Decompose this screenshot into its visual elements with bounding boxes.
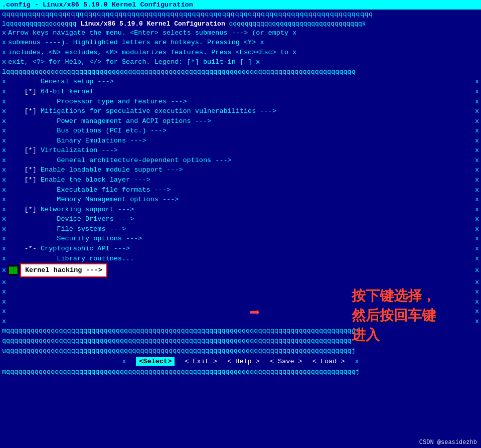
select-button[interactable]: <Select> [136,357,175,366]
bottom-border-3: uqqqqqqqqqqqqqqqqqqqqqqqqqqqqqqqqqqqqqqq… [0,346,481,356]
help-line-4: x exit, <?> for Help, </> for Search. Le… [0,57,481,67]
x-left-btn: x [122,358,126,365]
save-button[interactable]: < Save > [270,358,302,365]
inner-title-left: lqqqqqqqqqqqqqqqqqq Linux/x86 5.19.0 Ker… [2,20,366,28]
help-line-2: x submenus ----). Highlighted letters ar… [0,38,481,48]
menu-item-block-layer[interactable]: x [*] Enable the block layer ---> x [0,175,481,185]
menu-item-crypto[interactable]: x -*- Cryptographic API ---> x [0,244,481,254]
menu-item-binary[interactable]: x Binary Emulations ---> x [0,136,481,146]
csdn-watermark: CSDN @seasidezhb [419,439,477,446]
empty-line-1: x x [0,277,481,287]
exit-button[interactable]: < Exit > [185,358,217,365]
x-right-btn: x [355,358,359,365]
menu-item-processor[interactable]: x Processor type and features ---> x [0,97,481,107]
left-border: x [2,38,6,48]
menu-item-security[interactable]: x Security options ---> x [0,234,481,244]
menu-item-filesystems[interactable]: x File systems ---> x [0,224,481,234]
window-title-outer: .config - Linux/x86 5.19.0 Kernel Config… [0,0,481,10]
menu-item-mitigations[interactable]: x [*] Mitigations for speculative execut… [0,106,481,116]
mid-border: lqqqqqqqqqqqqqqqqqqqqqqqqqqqqqqqqqqqqqqq… [0,67,481,77]
menu-item-device-drivers[interactable]: x Device Drivers ---> x [0,214,481,224]
empty-line-2: x x [0,287,481,297]
menu-item-networking[interactable]: x [*] Networking support ---> x [0,205,481,215]
green-block-left: ██ [8,265,19,275]
empty-line-4: x x [0,307,481,317]
menu-item-kernel-hacking[interactable]: x ██ Kernel hacking ---> x [0,263,481,277]
bottom-border-2: qqqqqqqqqqqqqqqqqqqqqqqqqqqqqqqqqqqqqqqq… [0,336,481,346]
menu-item-loadable-module[interactable]: x [*] Enable loadable module support ---… [0,165,481,175]
final-border: mqqqqqqqqqqqqqqqqqqqqqqqqqqqqqqqqqqqqqqq… [0,367,481,377]
left-border: x [2,48,6,58]
menu-item-library[interactable]: x Library routines... x [0,254,481,264]
window-title-text: .config - Linux/x86 5.19.0 Kernel Config… [2,1,193,9]
help-line-3: x includes, <N> excludes, <M> modularize… [0,48,481,58]
help-line-1: x Arrow keys navigate the menu. <Enter> … [0,28,481,38]
menu-item-bus[interactable]: x Bus options (PCI etc.) ---> x [0,126,481,136]
terminal-window: .config - Linux/x86 5.19.0 Kernel Config… [0,0,481,448]
bottom-border-1: mqqqqqqqqqqqqqqqqqqqqqqqqqqqqqqqqqqqqqqq… [0,326,481,336]
top-border: qqqqqqqqqqqqqqqqqqqqqqqqqqqqqqqqqqqqqqqq… [0,10,481,20]
buttons-row: x <Select> < Exit > < Help > < Save > < … [0,356,481,367]
kernel-hacking-highlighted[interactable]: Kernel hacking ---> [20,263,107,277]
left-border: x [2,57,6,67]
empty-line-5: x x [0,317,481,327]
inner-title-bar: lqqqqqqqqqqqqqqqqqq Linux/x86 5.19.0 Ker… [0,20,481,28]
empty-line-3: x x [0,297,481,307]
menu-item-64bit[interactable]: x [*] 64-bit kernel x [0,87,481,97]
menu-item-power[interactable]: x Power management and ACPI options --->… [0,116,481,126]
help-button[interactable]: < Help > [227,358,260,365]
left-border: x [2,28,6,38]
menu-item-general-arch[interactable]: x General architecture-dependent options… [0,156,481,166]
menu-item-exec-formats[interactable]: x Executable file formats ---> x [0,185,481,195]
menu-item-general-setup[interactable]: x General setup ---> x [0,77,481,87]
menu-item-memory[interactable]: x Memory Management options ---> x [0,195,481,205]
load-button[interactable]: < Load > [312,358,345,365]
menu-item-virtualization[interactable]: x [*] Virtualization ---> x [0,145,481,156]
